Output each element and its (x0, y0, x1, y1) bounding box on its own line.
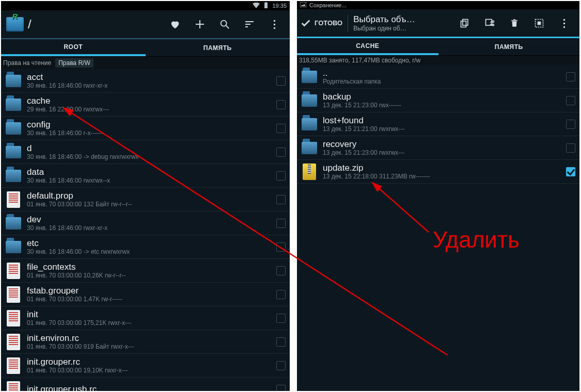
pane-left: 19:35 R / ROOT ПАМЯТЬ Права на чтение Пр… (1, 1, 290, 391)
list-item[interactable]: cache29 янв. 16 22:09:00 rwxrwx--- (1, 93, 290, 117)
tab-memory[interactable]: ПАМЯТЬ (438, 38, 580, 55)
folder-icon (3, 237, 24, 257)
item-checkbox[interactable] (276, 195, 286, 204)
selection-subtitle-text: Выбран один об… (353, 25, 415, 32)
item-name: file_contexts (27, 262, 276, 272)
file-icon (3, 308, 24, 329)
folder-icon (3, 71, 24, 91)
tab-memory[interactable]: ПАМЯТЬ (146, 39, 290, 56)
list-item[interactable]: recovery13 дек. 15 21:23:00 rwxrwx--- (297, 136, 579, 160)
list-item[interactable]: config30 янв. 16 18:46:00 r-x------ (1, 117, 290, 140)
app-icon[interactable]: R (4, 13, 26, 35)
tab-cache[interactable]: CACHE (297, 38, 438, 55)
copy-icon[interactable] (452, 11, 477, 36)
svg-rect-16 (563, 26, 565, 28)
list-item[interactable]: init.grouper.rc01 янв. 70 03:00:00 19,10… (1, 354, 290, 378)
item-checkbox[interactable] (276, 219, 286, 228)
perm-rw-toggle[interactable]: Права R/W (55, 58, 93, 68)
item-checkbox[interactable] (276, 361, 286, 370)
list-item[interactable]: d30 янв. 16 18:46:00 -> debug rwxrwxrwx (1, 140, 290, 164)
item-meta: 30 янв. 16 18:46:00 rwxr-xr-x (27, 224, 276, 232)
item-checkbox[interactable] (276, 385, 286, 391)
item-checkbox[interactable] (566, 143, 575, 153)
svg-rect-4 (274, 24, 275, 25)
file-icon (3, 189, 24, 210)
list-item[interactable]: file_contexts01 янв. 70 03:00:00 10,26K … (1, 259, 290, 283)
divider (348, 14, 348, 32)
item-checkbox[interactable] (566, 72, 575, 81)
overflow-icon[interactable] (552, 11, 576, 36)
item-name: default.prop (27, 191, 276, 201)
svg-rect-3 (274, 20, 275, 22)
add-icon[interactable] (187, 12, 212, 37)
cut-icon[interactable] (477, 11, 502, 36)
item-checkbox[interactable] (276, 290, 286, 299)
svg-rect-8 (461, 21, 466, 27)
battery-icon (264, 2, 268, 9)
list-item[interactable]: init01 янв. 70 03:00:00 175,21K rwxr-x--… (1, 306, 290, 330)
item-meta: 01 янв. 70 03:00:00 919 Байт rwxr-x--- (27, 343, 276, 350)
list-item[interactable]: lost+found13 дек. 15 21:21:00 rwxrwx--- (297, 112, 579, 136)
list-item[interactable]: default.prop01 янв. 70 03:00:00 132 Байт… (1, 188, 290, 211)
perm-read-label: Права на чтение (3, 59, 51, 67)
item-checkbox[interactable] (566, 167, 575, 176)
item-name: init.grouper.rc (27, 357, 276, 367)
item-meta: 30 янв. 16 18:46:00 r-x------ (27, 129, 276, 137)
item-name: init.grouper.usb.rc (27, 384, 276, 391)
item-meta: 30 янв. 16 18:46:00 rwxr-xr-x (27, 82, 276, 89)
item-name: d (27, 143, 276, 153)
item-checkbox[interactable] (276, 76, 286, 86)
list-item[interactable]: data30 янв. 16 18:46:00 rwxrwx--x (1, 164, 290, 188)
delete-icon[interactable] (502, 11, 527, 36)
tab-root[interactable]: ROOT (1, 39, 146, 56)
picture-icon (300, 2, 306, 8)
selection-title[interactable]: Выбрать объ… Выбран один об… (353, 14, 415, 32)
item-checkbox[interactable] (276, 242, 286, 252)
list-item[interactable]: init.grouper.usb.rc (1, 378, 290, 391)
item-name: init.environ.rc (27, 333, 276, 343)
list-item[interactable]: fstab.grouper01 янв. 70 03:00:00 1,47K r… (1, 283, 290, 306)
item-checkbox[interactable] (276, 337, 286, 347)
item-name: backup (323, 92, 566, 102)
current-path[interactable]: / (28, 17, 32, 31)
file-icon (3, 332, 24, 352)
folder-icon (299, 90, 320, 111)
list-item[interactable]: acct30 янв. 16 18:46:00 rwxr-xr-x (1, 69, 290, 93)
item-checkbox[interactable] (276, 171, 286, 181)
tabs-right: CACHE ПАМЯТЬ (297, 38, 579, 56)
file-list-left: acct30 янв. 16 18:46:00 rwxr-xr-xcache29… (1, 69, 290, 391)
favorite-icon[interactable] (163, 12, 187, 37)
search-icon[interactable] (212, 12, 237, 37)
overflow-icon[interactable] (262, 12, 287, 37)
file-icon (3, 379, 24, 391)
item-meta: 01 янв. 70 03:00:00 1,47K rw-r----- (27, 296, 276, 303)
file-icon (3, 355, 24, 376)
folder-icon (3, 142, 24, 162)
item-meta: 01 янв. 70 03:00:00 175,21K rwxr-x--- (27, 319, 276, 326)
list-item[interactable]: backup13 дек. 15 21:23:00 rwx------ (297, 89, 579, 112)
list-item[interactable]: dev30 янв. 16 18:46:00 rwxr-xr-x (1, 211, 290, 235)
item-checkbox[interactable] (276, 314, 286, 323)
permission-strip: Права на чтение Права R/W (1, 57, 290, 69)
sort-icon[interactable] (237, 12, 262, 37)
item-name: dev (27, 215, 276, 224)
select-all-icon[interactable] (527, 11, 552, 36)
item-checkbox[interactable] (566, 120, 575, 129)
done-button[interactable]: ГОТОВО (300, 18, 342, 29)
list-item[interactable]: etc30 янв. 16 18:46:00 -> etc rwxrwxrwx (1, 235, 290, 259)
item-name: .. (323, 68, 566, 78)
folder-icon (3, 166, 24, 186)
item-checkbox[interactable] (276, 124, 286, 133)
item-checkbox[interactable] (276, 266, 286, 275)
svg-rect-7 (463, 19, 468, 25)
list-item[interactable]: update.zip13 дек. 15 22:18:00 311,23MB r… (297, 160, 579, 184)
list-item[interactable]: init.environ.rc01 янв. 70 03:00:00 919 Б… (1, 330, 290, 354)
item-meta: 30 янв. 16 18:46:00 -> etc rwxrwxrwx (27, 248, 276, 255)
item-checkbox[interactable] (276, 148, 286, 157)
status-bar: 19:35 (1, 1, 290, 10)
item-meta: 29 янв. 16 22:09:00 rwxrwx--- (27, 106, 276, 113)
svg-rect-6 (300, 2, 306, 7)
item-checkbox[interactable] (566, 96, 575, 105)
item-checkbox[interactable] (276, 100, 286, 109)
list-item[interactable]: ..Родительская папка (297, 65, 579, 89)
